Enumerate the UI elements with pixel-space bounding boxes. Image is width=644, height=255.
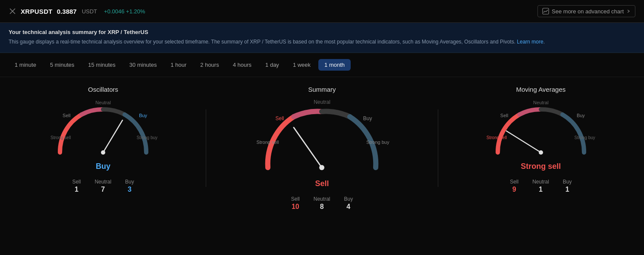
ma-buy-count: Buy 1	[563, 179, 572, 193]
timeframe-btn-5[interactable]: 2 hours	[194, 59, 225, 71]
osc-sell-count: Sell 1	[72, 179, 81, 193]
sum-neutral-count: Neutral 8	[314, 196, 330, 211]
svg-rect-2	[543, 8, 549, 14]
timeframe-btn-9[interactable]: 1 month	[318, 59, 351, 71]
timeframe-btn-7[interactable]: 1 day	[259, 59, 285, 71]
ma-sell-count: Sell 9	[510, 179, 518, 193]
sum-buy-label: Buy	[363, 115, 372, 121]
sum-strong-sell-label: Strong sell	[256, 140, 279, 145]
close-icon[interactable]	[9, 7, 16, 15]
oscillators-result: Buy	[96, 162, 110, 171]
svg-line-5	[294, 128, 322, 168]
timeframe-btn-1[interactable]: 5 minutes	[44, 59, 80, 71]
summary-counts: Sell 10 Neutral 8 Buy 4	[291, 196, 353, 211]
sum-buy-count: Buy 4	[344, 196, 353, 211]
sum-neutral-label: Neutral	[314, 99, 330, 105]
header-bar: XRPUSDT 0.3887 USDT +0.0046 +1.20% See m…	[0, 0, 644, 23]
ma-svg-container: Neutral Sell Buy Strong sell Strong buy	[485, 96, 597, 161]
oscillators-gauge: Oscillators Neutral Sell Buy Strong sell…	[34, 86, 172, 193]
price-value: 0.3887	[57, 8, 77, 15]
osc-sell-label: Sell	[63, 113, 70, 118]
osc-neutral-count: Neutral 7	[94, 179, 111, 193]
timeframe-btn-4[interactable]: 1 hour	[164, 59, 192, 71]
osc-strong-buy-label: Strong buy	[137, 135, 157, 140]
info-desc: This gauge displays a real-time technica…	[9, 38, 613, 46]
price-unit: USDT	[82, 8, 97, 15]
info-title: Your technical analysis summary for XRP …	[9, 29, 635, 35]
header-left: XRPUSDT 0.3887 USDT +0.0046 +1.20%	[9, 7, 145, 15]
osc-neutral-label: Neutral	[95, 100, 110, 105]
timeframe-btn-8[interactable]: 1 week	[287, 59, 317, 71]
timeframe-btn-0[interactable]: 1 minute	[9, 59, 42, 71]
ma-neutral-label: Neutral	[533, 100, 548, 105]
summary-gauge: Summary Neutral Sell Buy Strong sell Str…	[240, 86, 404, 211]
advanced-chart-link[interactable]: See more on advanced chart	[537, 5, 635, 17]
gauges-section: Oscillators Neutral Sell Buy Strong sell…	[0, 77, 644, 219]
osc-buy-label: Buy	[139, 113, 147, 118]
summary-title: Summary	[308, 86, 336, 93]
sum-sell-count: Sell 10	[291, 196, 300, 211]
ma-neutral-count: Neutral 1	[532, 179, 549, 193]
moving-averages-gauge: Moving Averages Neutral Sell Buy Strong …	[472, 86, 610, 193]
pair-name: XRPUSDT	[21, 8, 53, 15]
ma-strong-sell-label: Strong sell	[487, 135, 507, 140]
learn-more-link[interactable]: Learn more	[517, 39, 543, 45]
timeframe-btn-2[interactable]: 15 minutes	[82, 59, 122, 71]
oscillators-counts: Sell 1 Neutral 7 Buy 3	[72, 179, 134, 193]
price-change: +0.0046 +1.20%	[104, 8, 145, 15]
summary-result: Sell	[315, 179, 329, 188]
summary-svg-container: Neutral Sell Buy Strong sell Strong buy	[253, 96, 391, 178]
svg-line-3	[103, 120, 123, 152]
oscillators-title: Oscillators	[88, 86, 118, 93]
chevron-right-icon	[626, 9, 631, 13]
ma-strong-buy-label: Strong buy	[574, 135, 595, 140]
sum-strong-buy-label: Strong buy	[366, 140, 389, 145]
oscillators-svg-container: Neutral Sell Buy Strong sell Strong buy	[47, 96, 159, 161]
ma-buy-label: Buy	[577, 113, 585, 118]
moving-averages-title: Moving Averages	[516, 86, 565, 93]
timeframe-bar: 1 minute5 minutes15 minutes30 minutes1 h…	[0, 53, 644, 77]
osc-buy-count: Buy 3	[125, 179, 134, 193]
advanced-chart-label: See more on advanced chart	[552, 8, 624, 15]
svg-point-6	[319, 165, 324, 170]
chart-icon	[542, 8, 549, 15]
svg-line-7	[506, 131, 541, 152]
svg-point-8	[539, 150, 543, 155]
divider-1	[206, 109, 206, 187]
timeframe-btn-6[interactable]: 4 hours	[227, 59, 258, 71]
ma-sell-label: Sell	[500, 113, 508, 118]
timeframe-btn-3[interactable]: 30 minutes	[123, 59, 163, 71]
svg-point-4	[101, 150, 105, 155]
osc-strong-sell-label: Strong sell	[50, 135, 71, 140]
divider-2	[438, 109, 438, 187]
sum-sell-label: Sell	[275, 115, 284, 121]
moving-averages-result: Strong sell	[521, 162, 561, 171]
ma-counts: Sell 9 Neutral 1 Buy 1	[510, 179, 572, 193]
info-banner: Your technical analysis summary for XRP …	[0, 23, 644, 53]
